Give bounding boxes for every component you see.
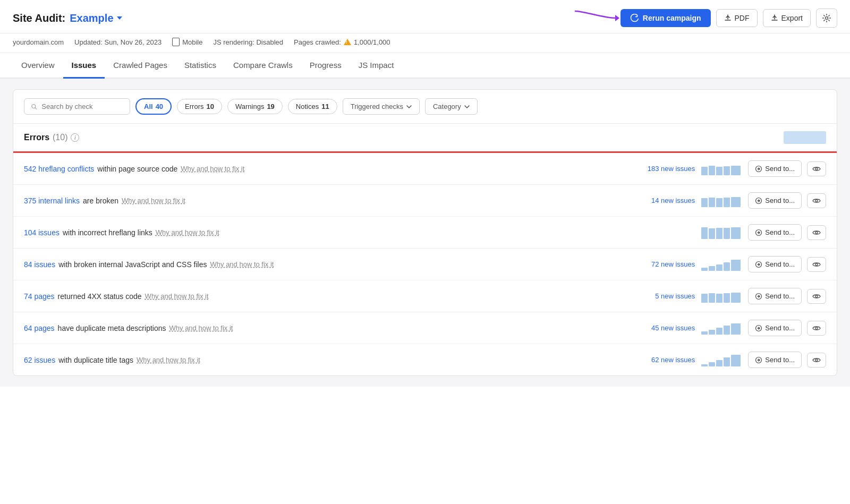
tab-crawled-pages[interactable]: Crawled Pages [105, 53, 176, 79]
fix-link[interactable]: Why and how to fix it [169, 324, 233, 332]
header-left: Site Audit: Example [13, 12, 122, 24]
fix-link[interactable]: Why and how to fix it [156, 228, 219, 236]
send-to-button[interactable]: Send to... [748, 320, 802, 336]
search-icon [31, 103, 37, 110]
mini-chart [700, 161, 743, 176]
tab-progress[interactable]: Progress [301, 53, 350, 79]
fix-link[interactable]: Why and how to fix it [122, 197, 185, 204]
example-link[interactable]: Example [70, 12, 122, 24]
issue-text: 104 issues with incorrect hreflang links… [24, 228, 636, 237]
issue-text: 64 pages have duplicate meta description… [24, 324, 636, 332]
filter-all[interactable]: All 40 [135, 98, 172, 115]
view-button[interactable] [807, 353, 826, 368]
tab-statistics[interactable]: Statistics [176, 53, 225, 79]
svg-rect-49 [731, 355, 741, 366]
pdf-button[interactable]: PDF [716, 9, 758, 27]
eye-icon [812, 198, 821, 204]
issue-row: 104 issues with incorrect hreflang links… [13, 217, 837, 249]
search-input[interactable] [41, 102, 123, 110]
send-icon [755, 356, 762, 364]
rerun-campaign-button[interactable]: Rerun campaign [620, 9, 711, 27]
view-button[interactable] [807, 289, 826, 304]
issue-link[interactable]: 62 issues [24, 356, 55, 364]
js-rendering-info: JS rendering: Disabled [213, 38, 283, 46]
send-icon [755, 229, 762, 236]
issue-link[interactable]: 84 issues [24, 260, 55, 269]
svg-rect-7 [731, 166, 741, 175]
send-to-button[interactable]: Send to... [748, 256, 802, 272]
send-to-button[interactable]: Send to... [748, 352, 802, 368]
pages-crawled-info: Pages crawled: 1,000/1,000 [294, 38, 390, 46]
svg-rect-42 [731, 323, 741, 335]
category-dropdown[interactable]: Category [425, 98, 478, 115]
tab-compare-crawls[interactable]: Compare Crawls [225, 53, 301, 79]
view-button[interactable] [807, 257, 826, 272]
svg-rect-46 [709, 362, 715, 366]
chevron-down-icon [464, 105, 470, 108]
fix-link[interactable]: Why and how to fix it [181, 165, 244, 173]
main-card: All 40 Errors 10 Warnings 19 Notices 11 … [13, 89, 837, 376]
new-issues-badge: 14 new issues [642, 197, 695, 204]
svg-rect-18 [709, 228, 715, 239]
view-button[interactable] [807, 193, 826, 208]
filter-warnings[interactable]: Warnings 19 [227, 99, 283, 114]
svg-point-51 [815, 359, 818, 361]
new-issues-badge: 183 new issues [642, 165, 695, 173]
search-box[interactable] [24, 98, 130, 115]
svg-rect-47 [716, 360, 722, 366]
refresh-icon [630, 14, 639, 22]
svg-rect-38 [701, 331, 708, 335]
send-to-button[interactable]: Send to... [748, 192, 802, 209]
site-audit-label: Site Audit: [13, 12, 65, 24]
view-button[interactable] [807, 161, 826, 176]
filter-notices[interactable]: Notices 11 [288, 99, 337, 114]
settings-button[interactable] [816, 8, 837, 28]
eye-icon [812, 325, 821, 331]
tab-issues[interactable]: Issues [63, 53, 105, 79]
svg-rect-21 [731, 227, 741, 239]
tab-js-impact[interactable]: JS Impact [350, 53, 403, 79]
svg-point-1 [826, 17, 828, 20]
send-to-button[interactable]: Send to... [748, 224, 802, 241]
send-to-button[interactable]: Send to... [748, 160, 802, 177]
issue-text: 542 hreflang conflicts within page sourc… [24, 165, 636, 173]
svg-rect-28 [731, 260, 741, 271]
svg-rect-10 [701, 198, 708, 207]
sparkline-chart [700, 353, 743, 368]
filter-errors[interactable]: Errors 10 [177, 99, 222, 114]
issue-link[interactable]: 64 pages [24, 324, 55, 332]
sparkline-chart [700, 321, 743, 336]
top-header: Site Audit: Example Rerun campaign [0, 0, 850, 33]
issue-link[interactable]: 542 hreflang conflicts [24, 165, 94, 173]
domain-info: yourdomain.com [13, 38, 64, 46]
updated-info: Updated: Sun, Nov 26, 2023 [74, 38, 162, 46]
svg-rect-45 [701, 364, 708, 366]
svg-rect-48 [724, 357, 730, 366]
triggered-checks-dropdown[interactable]: Triggered checks [343, 98, 420, 115]
issue-text: 375 internal links are broken Why and ho… [24, 197, 636, 205]
view-button[interactable] [807, 321, 826, 336]
issue-row: 74 pages returned 4XX status code Why an… [13, 280, 837, 312]
export-button[interactable]: Export [763, 9, 811, 27]
svg-rect-17 [701, 227, 708, 239]
svg-point-37 [815, 295, 818, 297]
fix-link[interactable]: Why and how to fix it [145, 292, 209, 300]
svg-rect-4 [709, 166, 715, 175]
issue-link[interactable]: 375 internal links [24, 197, 80, 205]
send-icon [755, 261, 762, 268]
issue-link[interactable]: 104 issues [24, 228, 60, 237]
issue-link[interactable]: 74 pages [24, 292, 55, 301]
tab-overview[interactable]: Overview [13, 53, 63, 79]
new-issues-badge: 72 new issues [642, 260, 695, 268]
fix-link[interactable]: Why and how to fix it [210, 260, 274, 268]
issue-row: 375 internal links are broken Why and ho… [13, 185, 837, 217]
send-icon [755, 324, 762, 332]
svg-rect-39 [709, 330, 715, 335]
fix-link[interactable]: Why and how to fix it [137, 356, 200, 364]
send-icon [755, 293, 762, 300]
eye-icon [812, 357, 821, 363]
meta-bar: yourdomain.com Updated: Sun, Nov 26, 202… [0, 33, 850, 53]
info-icon[interactable]: i [71, 133, 79, 142]
send-to-button[interactable]: Send to... [748, 288, 802, 304]
view-button[interactable] [807, 225, 826, 240]
